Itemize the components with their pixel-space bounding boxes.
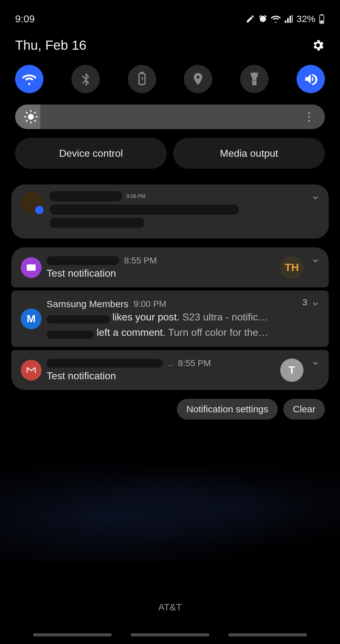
- chip-label: Notification settings: [186, 404, 268, 414]
- svg-rect-2: [320, 20, 323, 23]
- status-icons: 32%: [246, 14, 325, 24]
- media-output-label: Media output: [220, 148, 278, 159]
- notification-members[interactable]: 3 M Samsung Members 9:00 PM likes your p…: [11, 291, 329, 347]
- sender-avatar: TH: [280, 256, 303, 279]
- date-text[interactable]: Thu, Feb 16: [15, 38, 86, 53]
- wifi-icon: [271, 14, 281, 24]
- svg-point-5: [258, 73, 258, 74]
- notif-time: 9:06 PM: [127, 194, 145, 199]
- notification-gmail[interactable]: T .. 8:55 PM Test notification: [11, 350, 329, 390]
- notif-app: Samsung Members: [47, 299, 128, 309]
- chevron-down-icon[interactable]: [311, 193, 320, 202]
- chevron-down-icon[interactable]: [311, 256, 320, 265]
- carrier-label: AT&T: [0, 602, 340, 613]
- clear-button[interactable]: Clear: [283, 399, 325, 420]
- status-bar: 9:09 32%: [0, 0, 340, 29]
- members-app-icon: M: [21, 308, 42, 329]
- bluetooth-icon: [78, 72, 93, 86]
- panel-row: Device control Media output: [0, 138, 340, 169]
- notif-body: Test notification: [47, 370, 291, 382]
- chevron-down-icon[interactable]: [311, 359, 320, 368]
- sound-icon: [303, 72, 318, 86]
- notif-count: 3: [302, 297, 307, 308]
- notification-footer: Notification settings Clear: [0, 396, 340, 420]
- signal-icon: [284, 14, 293, 24]
- battery-icon: [319, 14, 325, 24]
- device-control-button[interactable]: Device control: [15, 138, 167, 169]
- qs-location[interactable]: [184, 65, 212, 93]
- notif-time: 9:00 PM: [133, 299, 166, 309]
- notif-line2: left a comment. Turn off color for the…: [47, 327, 319, 339]
- gear-icon[interactable]: [311, 38, 325, 52]
- notif-line1: likes your post. S23 ultra - notific…: [47, 311, 319, 324]
- svg-point-7: [28, 114, 34, 120]
- notification-mail[interactable]: TH 8:55 PM Test notification: [11, 247, 329, 287]
- battery-care-icon: [135, 72, 149, 86]
- brightness-slider[interactable]: ⋮: [15, 105, 325, 129]
- svg-line-10: [26, 112, 27, 113]
- battery-pct: 32%: [297, 14, 315, 24]
- avatar-initials: T: [289, 364, 295, 376]
- gmail-icon: [26, 365, 37, 376]
- svg-point-6: [254, 72, 255, 73]
- media-output-button[interactable]: Media output: [173, 138, 325, 169]
- svg-line-14: [26, 121, 27, 121]
- flashlight-icon: [247, 72, 262, 86]
- gmail-app-icon: [21, 360, 42, 381]
- qs-battery[interactable]: [128, 65, 156, 93]
- nav-bar: [0, 633, 340, 636]
- svg-rect-3: [139, 74, 145, 85]
- redacted-name: [47, 315, 110, 324]
- nav-recents[interactable]: [33, 633, 112, 636]
- redacted-sender: [47, 359, 163, 368]
- notification-settings-button[interactable]: Notification settings: [177, 399, 278, 420]
- wifi-icon: [22, 72, 37, 86]
- brightness-icon: [24, 110, 38, 124]
- pen-icon: [246, 14, 255, 24]
- conversation-avatar: [21, 191, 43, 214]
- envelope-icon: [26, 262, 37, 273]
- m-icon: M: [27, 313, 36, 325]
- quick-settings-row: [0, 57, 340, 101]
- background-blur: [0, 449, 340, 562]
- sender-avatar: T: [280, 359, 303, 382]
- location-icon: [191, 72, 205, 86]
- nav-back[interactable]: [228, 633, 307, 636]
- svg-line-11: [35, 121, 36, 121]
- notif-time: 8:55 PM: [178, 358, 211, 368]
- svg-line-15: [35, 112, 36, 113]
- date-row: Thu, Feb 16: [0, 29, 340, 57]
- qs-flashlight[interactable]: [240, 65, 269, 93]
- qs-sound[interactable]: [297, 65, 325, 93]
- device-control-label: Device control: [59, 148, 123, 159]
- alarm-icon: [258, 14, 268, 24]
- status-time: 9:09: [15, 13, 35, 25]
- nav-home[interactable]: [131, 633, 209, 636]
- chip-label: Clear: [293, 404, 315, 414]
- redacted-sender: [50, 191, 122, 201]
- notification-group: TH 8:55 PM Test notification 3 M S: [11, 247, 329, 390]
- qs-wifi[interactable]: [15, 65, 43, 93]
- redacted-line: [50, 218, 144, 228]
- notif-body: Test notification: [47, 268, 291, 279]
- notification-conversation[interactable]: 9:06 PM: [11, 184, 329, 239]
- chevron-down-icon[interactable]: [311, 299, 320, 308]
- brightness-more-icon[interactable]: ⋮: [303, 110, 315, 123]
- redacted-line: [50, 205, 239, 215]
- redacted-name: [47, 330, 94, 339]
- avatar-initials: TH: [285, 261, 299, 274]
- mail-app-icon: [21, 257, 42, 278]
- redacted-sender: [47, 256, 119, 265]
- svg-rect-1: [321, 14, 322, 15]
- qs-bluetooth[interactable]: [71, 65, 100, 93]
- svg-point-4: [250, 73, 251, 74]
- notif-time: 8:55 PM: [124, 256, 157, 266]
